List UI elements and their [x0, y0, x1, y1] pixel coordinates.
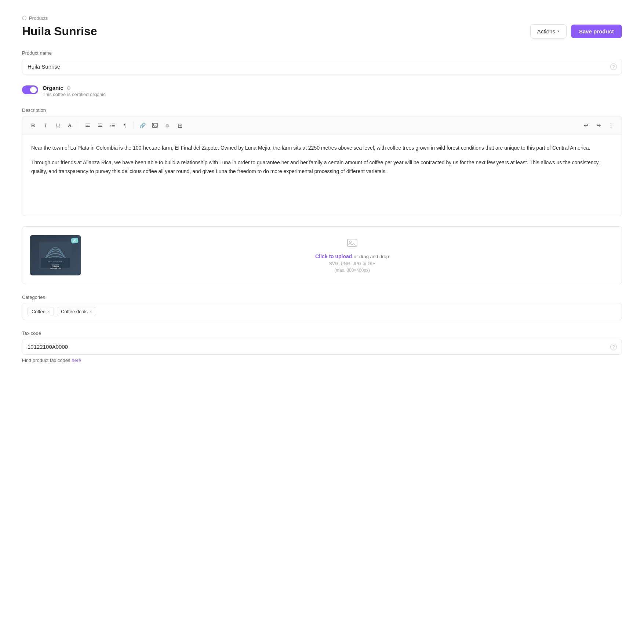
chevron-down-icon: ▾ — [557, 29, 560, 34]
coffee-bag-illustration: HUILA SUNRISE COLOMBIA ORIGIN COFFEE CO — [35, 238, 76, 273]
tax-link-row: Find product tax codes here — [22, 358, 622, 363]
more-button[interactable]: ⋮ — [605, 120, 616, 131]
click-to-upload-link[interactable]: Click to upload — [315, 253, 352, 259]
editor-container: B i U A↕ — [22, 116, 622, 216]
toolbar-separator-2 — [134, 122, 134, 129]
svg-rect-9 — [112, 125, 115, 126]
organic-section: Organic ⚙ This coffee is certified organ… — [22, 85, 622, 97]
save-product-button[interactable]: Save product — [571, 25, 622, 38]
editor-body[interactable]: Near the town of La Plata in Colombia is… — [22, 135, 622, 216]
svg-point-13 — [153, 124, 154, 125]
ai-badge: Ai — [71, 238, 79, 244]
font-size-button[interactable]: A↕ — [65, 120, 76, 131]
svg-point-8 — [110, 125, 111, 126]
align-left-button[interactable] — [82, 120, 93, 131]
category-tag-coffee: Coffee × — [28, 307, 54, 316]
undo-button[interactable]: ↩ — [581, 120, 592, 131]
toolbar-separator-1 — [79, 122, 79, 129]
upload-area[interactable]: Click to upload or drag and drop SVG, PN… — [90, 234, 614, 277]
organic-toggle[interactable] — [22, 85, 38, 94]
categories-section: Categories Coffee × Coffee deals × — [22, 294, 622, 320]
tax-code-label: Tax code — [22, 330, 622, 336]
svg-rect-4 — [99, 125, 102, 126]
category-tag-coffee-remove[interactable]: × — [47, 310, 50, 314]
tax-codes-here-link[interactable]: here — [72, 358, 81, 363]
toolbar-right: ↩ ↪ ⋮ — [581, 120, 616, 131]
redo-button[interactable]: ↪ — [593, 120, 604, 131]
upload-formats: SVG, PNG, JPG or GIF — [329, 261, 375, 266]
image-button[interactable] — [149, 120, 160, 131]
description-label: Description — [22, 107, 622, 113]
underline-button[interactable]: U — [52, 120, 63, 131]
organic-label-row: Organic ⚙ — [43, 85, 106, 91]
breadcrumb-label: Products — [29, 15, 48, 21]
categories-label: Categories — [22, 294, 622, 300]
actions-label: Actions — [537, 28, 555, 34]
svg-text:HUILA SUNRISE: HUILA SUNRISE — [48, 260, 63, 263]
page-title: Huila Sunrise — [22, 25, 97, 38]
image-preview: HUILA SUNRISE COLOMBIA ORIGIN COFFEE CO … — [30, 235, 81, 275]
upload-image-icon — [347, 238, 357, 250]
product-name-input-wrapper: ? — [22, 59, 622, 74]
category-tag-coffee-deals: Coffee deals × — [57, 307, 96, 316]
description-paragraph-2: Through our friends at Alianza Rica, we … — [31, 158, 613, 176]
organic-label: Organic — [43, 85, 63, 91]
category-tag-coffee-deals-label: Coffee deals — [61, 309, 88, 314]
product-name-help-icon[interactable]: ? — [610, 63, 617, 70]
emoji-button[interactable]: ☺ — [162, 120, 173, 131]
align-center-button[interactable] — [95, 120, 106, 131]
organic-label-group: Organic ⚙ This coffee is certified organ… — [43, 85, 106, 97]
tax-code-help-icon[interactable]: ? — [610, 344, 617, 350]
organic-description: This coffee is certified organic — [43, 92, 106, 97]
description-paragraph-1: Near the town of La Plata in Colombia is… — [31, 144, 613, 153]
breadcrumb: ⬡ Products — [22, 15, 622, 21]
products-icon: ⬡ — [22, 15, 27, 21]
bold-button[interactable]: B — [28, 120, 39, 131]
add-button[interactable]: ⊞ — [174, 120, 185, 131]
upload-max-size: (max. 800×400px) — [334, 268, 370, 273]
svg-point-10 — [110, 127, 111, 127]
svg-rect-0 — [85, 124, 90, 124]
drag-drop-label: or drag and drop — [354, 254, 389, 259]
svg-rect-5 — [98, 126, 102, 127]
product-name-label: Product name — [22, 50, 622, 56]
svg-rect-1 — [85, 125, 88, 126]
svg-rect-7 — [112, 124, 115, 124]
svg-rect-11 — [112, 127, 115, 127]
image-section: HUILA SUNRISE COLOMBIA ORIGIN COFFEE CO … — [22, 226, 622, 284]
svg-text:COFFEE CO: COFFEE CO — [50, 267, 61, 270]
actions-button[interactable]: Actions ▾ — [530, 24, 567, 39]
categories-input[interactable]: Coffee × Coffee deals × — [22, 303, 622, 320]
tax-code-section: Tax code ? Find product tax codes here — [22, 330, 622, 363]
description-section: Description B i U A↕ — [22, 107, 622, 216]
toggle-thumb — [30, 87, 37, 93]
upload-text-row: Click to upload or drag and drop — [315, 253, 389, 260]
tax-code-input[interactable] — [22, 339, 622, 355]
product-name-section: Product name ? — [22, 50, 622, 74]
product-name-input[interactable] — [22, 59, 622, 74]
svg-point-6 — [110, 124, 111, 124]
link-button[interactable]: 🔗 — [137, 120, 148, 131]
paragraph-button[interactable]: ¶ — [120, 120, 131, 131]
svg-rect-2 — [85, 126, 90, 127]
category-tag-coffee-deals-remove[interactable]: × — [90, 310, 92, 314]
list-button[interactable] — [107, 120, 118, 131]
gear-icon[interactable]: ⚙ — [66, 85, 71, 91]
svg-rect-3 — [98, 124, 102, 124]
find-tax-codes-text: Find product tax codes — [22, 358, 70, 363]
category-tag-coffee-label: Coffee — [32, 309, 46, 314]
svg-point-21 — [349, 241, 351, 243]
page-header: Huila Sunrise Actions ▾ Save product — [22, 24, 622, 39]
italic-button[interactable]: i — [40, 120, 51, 131]
tax-code-input-wrapper: ? — [22, 339, 622, 355]
header-actions: Actions ▾ Save product — [530, 24, 622, 39]
editor-toolbar: B i U A↕ — [22, 116, 622, 135]
